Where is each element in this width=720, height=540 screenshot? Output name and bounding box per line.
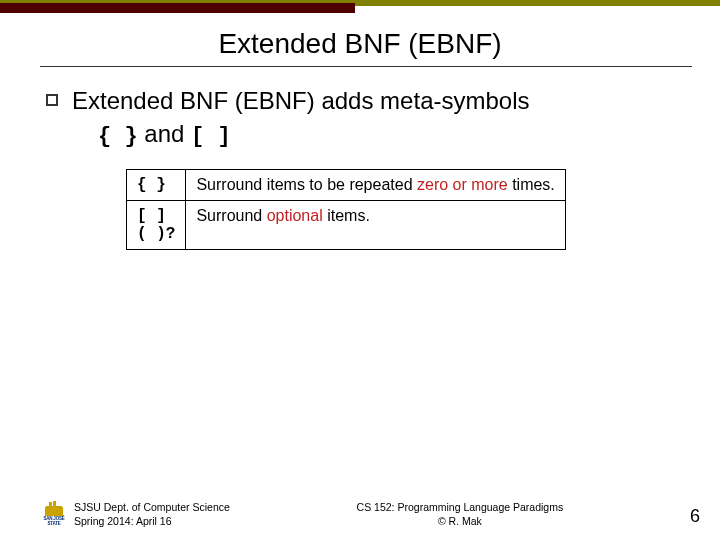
- bullet-line2: { } and [ ]: [98, 120, 530, 149]
- accent-maroon: [0, 3, 355, 13]
- desc-pre: Surround items to be repeated: [196, 176, 417, 193]
- slide-footer: SAN JOSÉ STATE SJSU Dept. of Computer Sc…: [42, 500, 700, 528]
- slide: Extended BNF (EBNF) Extended BNF (EBNF) …: [0, 0, 720, 540]
- bullet-content: Extended BNF (EBNF) adds meta-symbols { …: [72, 86, 530, 149]
- desc-pre: Surround: [196, 207, 266, 224]
- footer-center: CS 152: Programming Language Paradigms ©…: [357, 500, 564, 528]
- footer-date: Spring 2014: April 16: [74, 514, 230, 528]
- table-symbol-cell: [ ] ( )?: [127, 201, 186, 250]
- table-desc-cell: Surround optional items.: [186, 201, 566, 250]
- symbol-braces: { }: [98, 124, 138, 149]
- table-symbol-cell: { }: [127, 170, 186, 201]
- title-divider: [40, 66, 692, 67]
- bullet-item: Extended BNF (EBNF) adds meta-symbols { …: [46, 86, 692, 149]
- footer-copyright: © R. Mak: [357, 514, 564, 528]
- desc-highlight: optional: [267, 207, 323, 224]
- table-desc-cell: Surround items to be repeated zero or mo…: [186, 170, 566, 201]
- footer-left: SAN JOSÉ STATE SJSU Dept. of Computer Sc…: [42, 500, 230, 528]
- desc-post: items.: [323, 207, 370, 224]
- table-row: [ ] ( )? Surround optional items.: [127, 201, 566, 250]
- bullet-marker-icon: [46, 94, 58, 106]
- slide-title: Extended BNF (EBNF): [0, 28, 720, 60]
- top-accent-bar: [0, 0, 720, 6]
- bullet-line1: Extended BNF (EBNF) adds meta-symbols: [72, 86, 530, 116]
- footer-course: CS 152: Programming Language Paradigms: [357, 500, 564, 514]
- symbol-table-wrap: { } Surround items to be repeated zero o…: [126, 169, 692, 250]
- bullet-mid: and: [138, 120, 191, 147]
- page-number: 6: [690, 504, 700, 528]
- table-row: { } Surround items to be repeated zero o…: [127, 170, 566, 201]
- footer-dept: SJSU Dept. of Computer Science: [74, 500, 230, 514]
- footer-left-text: SJSU Dept. of Computer Science Spring 20…: [74, 500, 230, 528]
- symbol-table: { } Surround items to be repeated zero o…: [126, 169, 566, 250]
- logo-text: SAN JOSÉ STATE: [42, 517, 66, 526]
- desc-highlight: zero or more: [417, 176, 508, 193]
- symbol-brackets: [ ]: [191, 124, 231, 149]
- sjsu-logo-icon: SAN JOSÉ STATE: [42, 504, 66, 528]
- slide-body: Extended BNF (EBNF) adds meta-symbols { …: [46, 86, 692, 250]
- desc-post: times.: [508, 176, 555, 193]
